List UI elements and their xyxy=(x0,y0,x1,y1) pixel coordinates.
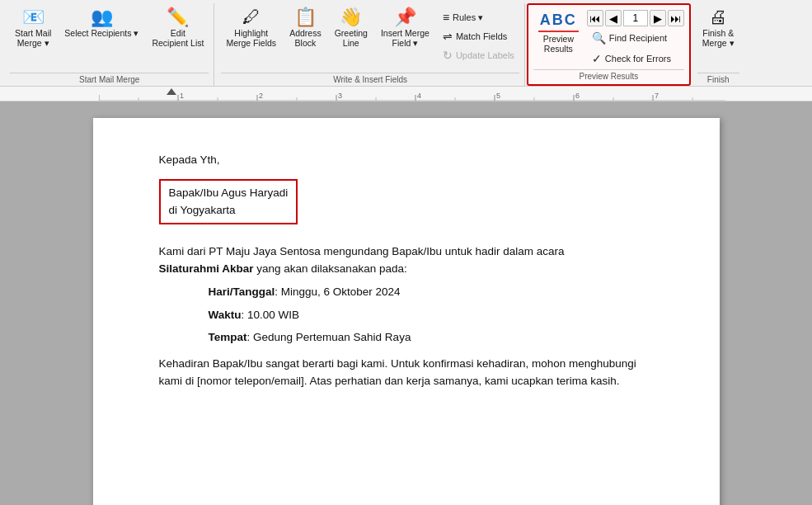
group-preview-results-label: Preview Results xyxy=(533,69,684,83)
match-fields-button[interactable]: ⇌ Match Fields xyxy=(438,27,519,45)
group-start-mail-merge: 📧 Start MailMerge ▾ 👥 Select Recipients … xyxy=(5,3,214,86)
update-labels-label: Update Labels xyxy=(456,50,514,60)
update-labels-icon: ↻ xyxy=(443,49,453,62)
write-insert-small-buttons: ≡ Rules ▾ ⇌ Match Fields ↻ Update Labels xyxy=(438,5,519,64)
group-write-insert-fields-label: Write & Insert Fields xyxy=(221,73,519,86)
highlight-merge-fields-label: HighlightMerge Fields xyxy=(226,28,276,48)
group-preview-results: ABC PreviewResults ⏮ ◀ ▶ ⏭ 🔍 Find Recipi… xyxy=(527,3,691,86)
find-recipient-icon: 🔍 xyxy=(592,31,606,45)
address-block-button[interactable]: 📋 AddressBlock xyxy=(284,5,326,51)
insert-merge-field-button[interactable]: 📌 Insert MergeField ▾ xyxy=(376,5,434,51)
finish-merge-button[interactable]: 🖨 Finish &Merge ▾ xyxy=(697,5,739,51)
svg-text:3: 3 xyxy=(338,92,342,100)
svg-text:5: 5 xyxy=(496,92,500,100)
edit-recipient-list-icon: ✏️ xyxy=(167,8,189,26)
finish-merge-icon: 🖨 xyxy=(709,8,727,26)
select-recipients-label: Select Recipients ▾ xyxy=(64,28,138,38)
address-block-label: AddressBlock xyxy=(289,28,322,48)
group-write-insert-fields-content: 🖊 HighlightMerge Fields 📋 AddressBlock 👋… xyxy=(221,3,519,73)
nav-first-button[interactable]: ⏮ xyxy=(587,10,603,26)
address-block-icon: 📋 xyxy=(294,8,317,26)
nav-prev-button[interactable]: ◀ xyxy=(605,10,622,26)
start-mail-merge-label: Start MailMerge ▾ xyxy=(15,28,51,48)
detail1-label: Hari/Tanggal xyxy=(209,286,275,298)
detail2-label: Waktu xyxy=(209,309,242,321)
ruler-inner: 1 2 3 4 5 6 7 xyxy=(0,87,812,101)
ruler-svg: 1 2 3 4 5 6 7 xyxy=(99,87,725,101)
match-fields-label: Match Fields xyxy=(456,31,507,41)
ribbon: 📧 Start MailMerge ▾ 👥 Select Recipients … xyxy=(0,0,812,87)
document-area: Kepada Yth, Bapak/Ibu Agus Haryadi di Yo… xyxy=(0,101,812,505)
highlight-merge-fields-icon: 🖊 xyxy=(242,8,260,26)
group-finish: 🖨 Finish &Merge ▾ Finish xyxy=(692,3,744,86)
rules-button[interactable]: ≡ Rules ▾ xyxy=(438,8,519,26)
group-start-mail-merge-content: 📧 Start MailMerge ▾ 👥 Select Recipients … xyxy=(10,3,209,73)
preview-results-abc: ABC xyxy=(538,12,579,32)
nav-last-button[interactable]: ⏭ xyxy=(668,10,684,26)
select-recipients-button[interactable]: 👥 Select Recipients ▾ xyxy=(59,5,143,41)
para2: Kehadiran Bapak/Ibu sangat berarti bagi … xyxy=(159,355,654,390)
svg-rect-0 xyxy=(99,87,725,101)
group-write-insert-fields: 🖊 HighlightMerge Fields 📋 AddressBlock 👋… xyxy=(216,3,524,86)
detail2-value: : 10.00 WIB xyxy=(242,309,300,321)
preview-nav-row: ⏮ ◀ ▶ ⏭ xyxy=(587,10,684,26)
nav-next-button[interactable]: ▶ xyxy=(650,10,666,26)
find-recipient-label: Find Recipient xyxy=(609,33,667,43)
finish-merge-label: Finish &Merge ▾ xyxy=(702,28,735,48)
para1-bold: Silaturahmi Akbar xyxy=(159,262,254,275)
edit-recipient-list-label: EditRecipient List xyxy=(152,28,204,48)
insert-merge-field-label: Insert MergeField ▾ xyxy=(381,28,429,48)
nav-page-input[interactable] xyxy=(623,10,648,26)
select-recipients-icon: 👥 xyxy=(91,8,113,26)
recipient-name: Bapak/Ibu Agus Haryadi xyxy=(169,184,289,202)
svg-text:1: 1 xyxy=(180,92,184,100)
greeting-line-icon: 👋 xyxy=(340,8,362,26)
check-for-errors-label: Check for Errors xyxy=(605,54,671,64)
svg-text:4: 4 xyxy=(417,92,421,100)
detail1: Hari/Tanggal: Minggu, 6 Oktober 2024 xyxy=(159,283,654,301)
salutation: Kepada Yth, xyxy=(159,151,654,169)
greeting-line-label: GreetingLine xyxy=(335,28,368,48)
group-start-mail-merge-label: Start Mail Merge xyxy=(10,73,209,86)
preview-results-button[interactable]: ABC PreviewResults xyxy=(533,8,584,57)
svg-text:6: 6 xyxy=(575,92,580,100)
preview-nav-stack: ⏮ ◀ ▶ ⏭ 🔍 Find Recipient ✓ Check for Err… xyxy=(587,8,684,68)
detail3-label: Tempat xyxy=(209,331,247,343)
rules-label: Rules ▾ xyxy=(453,12,483,23)
insert-merge-field-icon: 📌 xyxy=(394,8,416,26)
recipient-city: di Yogyakarta xyxy=(169,201,289,219)
ribbon-body: 📧 Start MailMerge ▾ 👥 Select Recipients … xyxy=(0,0,812,86)
detail3-value: : Gedung Pertemuan Sahid Raya xyxy=(247,331,411,343)
greeting-line-button[interactable]: 👋 GreetingLine xyxy=(330,5,373,51)
find-recipient-button[interactable]: 🔍 Find Recipient xyxy=(587,29,684,47)
group-preview-results-content: ABC PreviewResults ⏮ ◀ ▶ ⏭ 🔍 Find Recipi… xyxy=(533,7,684,69)
svg-text:7: 7 xyxy=(655,92,659,100)
preview-results-label: PreviewResults xyxy=(543,34,574,54)
detail1-value: : Minggu, 6 Oktober 2024 xyxy=(275,286,400,298)
recipient-box: Bapak/Ibu Agus Haryadi di Yogyakarta xyxy=(159,179,298,224)
match-fields-icon: ⇌ xyxy=(443,30,453,43)
check-for-errors-icon: ✓ xyxy=(592,52,602,65)
ruler: 1 2 3 4 5 6 7 xyxy=(0,87,812,101)
group-finish-content: 🖨 Finish &Merge ▾ xyxy=(697,3,739,73)
check-for-errors-button[interactable]: ✓ Check for Errors xyxy=(587,50,684,68)
rules-icon: ≡ xyxy=(443,11,449,24)
svg-text:2: 2 xyxy=(259,92,263,100)
para1: Kami dari PT Maju Jaya Sentosa mengundan… xyxy=(159,243,654,278)
document-page: Kepada Yth, Bapak/Ibu Agus Haryadi di Yo… xyxy=(93,118,720,505)
highlight-merge-fields-button[interactable]: 🖊 HighlightMerge Fields xyxy=(221,5,281,51)
group-finish-label: Finish xyxy=(697,73,739,86)
detail3: Tempat: Gedung Pertemuan Sahid Raya xyxy=(159,328,654,347)
start-mail-merge-button[interactable]: 📧 Start MailMerge ▾ xyxy=(10,5,56,51)
para1-text: Kami dari PT Maju Jaya Sentosa mengundan… xyxy=(159,245,565,257)
start-mail-merge-icon: 📧 xyxy=(22,8,45,26)
para1-rest: yang akan dilaksanakan pada: xyxy=(254,262,407,275)
detail2: Waktu: 10.00 WIB xyxy=(159,306,654,324)
edit-recipient-list-button[interactable]: ✏️ EditRecipient List xyxy=(147,5,209,51)
update-labels-button[interactable]: ↻ Update Labels xyxy=(438,46,519,64)
